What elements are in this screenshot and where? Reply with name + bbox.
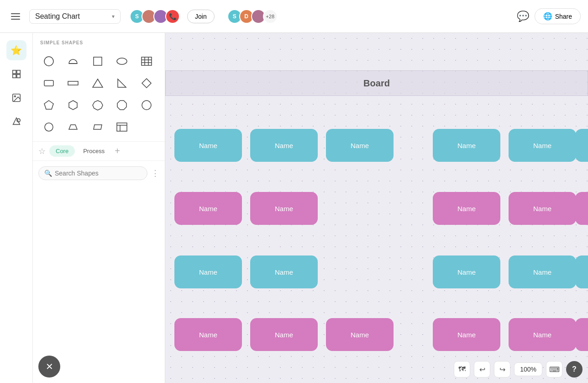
seat-card[interactable]: Name [174, 255, 242, 288]
keyboard-icon: ⌨ [549, 365, 560, 374]
seat-card[interactable]: Name [174, 318, 242, 351]
seat-card[interactable]: Name [326, 129, 394, 162]
shape-pentagon[interactable] [38, 95, 59, 116]
seat-label: Name [533, 205, 551, 213]
join-button[interactable]: Join [187, 10, 215, 23]
sidebar-btn-shapes[interactable] [6, 112, 26, 132]
seat-card[interactable]: Name [250, 192, 318, 225]
shape-table-grid[interactable] [136, 51, 157, 72]
seat-card[interactable]: N [575, 318, 588, 351]
seat-card[interactable]: Name [250, 129, 318, 162]
title-chevron-icon: ▾ [112, 13, 115, 20]
shape-hexagon[interactable] [63, 95, 84, 116]
help-button[interactable]: ? [566, 361, 583, 378]
seat-label: Name [457, 205, 476, 213]
seat-card[interactable]: N [575, 129, 588, 162]
more-options-icon[interactable]: ⋮ [151, 168, 159, 178]
svg-rect-2 [12, 74, 16, 78]
sidebar-btn-star[interactable]: ⭐ [6, 40, 26, 60]
shape-rect-wide[interactable] [63, 73, 84, 94]
svg-marker-22 [69, 101, 77, 110]
seat-card[interactable]: Name [326, 318, 394, 351]
header: Seating Chart ▾ S 📞 Join S D +28 💬 🌐 Sha… [0, 0, 588, 33]
shape-half-circle[interactable] [63, 51, 84, 72]
menu-button[interactable] [7, 8, 24, 25]
seat-card[interactable]: Name [250, 318, 318, 351]
seat-label: Name [275, 268, 293, 276]
seat-card[interactable]: N [575, 255, 588, 288]
shape-triangle[interactable] [87, 73, 108, 94]
tab-process[interactable]: Process [77, 145, 111, 157]
search-input[interactable] [55, 170, 142, 177]
seat-card[interactable]: Name [433, 129, 500, 162]
shape-right-triangle[interactable] [111, 73, 132, 94]
map-button[interactable]: 🗺 [454, 361, 470, 378]
grid-icon [11, 69, 21, 79]
tab-core[interactable]: Core [49, 145, 75, 157]
svg-rect-0 [12, 70, 16, 74]
seat-card[interactable]: Name [509, 192, 576, 225]
fab-close-button[interactable]: ✕ [38, 356, 60, 378]
favorites-star-icon[interactable]: ☆ [38, 146, 46, 156]
share-button[interactable]: 🌐 Share [535, 8, 581, 24]
svg-point-5 [14, 96, 16, 97]
shape-trapezoid[interactable] [63, 117, 84, 138]
shape-parallelogram[interactable] [87, 117, 108, 138]
shape-heptagon[interactable] [87, 95, 108, 116]
seat-card[interactable]: Name [250, 255, 318, 288]
seat-card[interactable]: Name [174, 129, 242, 162]
svg-rect-9 [94, 57, 102, 65]
svg-marker-21 [44, 101, 53, 109]
seat-card[interactable]: Name [509, 129, 576, 162]
canvas-area[interactable]: Board Name Name Name Name Name N Name Na… [165, 33, 588, 383]
shapes-icon [11, 117, 21, 127]
redo-icon: ↪ [499, 365, 505, 374]
shape-circle[interactable] [38, 51, 59, 72]
seat-card[interactable]: Name [433, 318, 500, 351]
seat-card[interactable]: Name [174, 192, 242, 225]
shape-data-table[interactable] [111, 117, 132, 138]
seat-card[interactable]: Name [509, 255, 576, 288]
svg-rect-16 [44, 80, 53, 86]
zoom-level[interactable]: 100% [514, 362, 542, 376]
chat-icon[interactable]: 💬 [517, 11, 529, 22]
avatar-group: S 📞 [130, 9, 180, 24]
header-right: 💬 🌐 Share [517, 8, 581, 24]
shape-rect-rounded[interactable] [38, 73, 59, 94]
sidebar-btn-grid[interactable] [6, 64, 26, 84]
seat-label: Name [457, 331, 476, 339]
title-area[interactable]: Seating Chart ▾ [29, 9, 121, 24]
keyboard-button[interactable]: ⌨ [546, 361, 562, 378]
seat-card[interactable]: Name [509, 318, 576, 351]
left-sidebar: ⭐ [0, 33, 33, 383]
seat-label: Name [199, 205, 217, 213]
seat-label: Name [275, 205, 293, 213]
shape-circle-sm[interactable] [38, 117, 59, 138]
seat-label: Name [457, 142, 476, 149]
svg-rect-11 [142, 57, 152, 65]
add-tab-icon[interactable]: + [115, 146, 120, 156]
svg-marker-20 [142, 79, 151, 88]
globe-icon: 🌐 [543, 12, 552, 21]
seat-card[interactable]: Name [433, 192, 500, 225]
sidebar-btn-image[interactable] [6, 88, 26, 108]
bottom-toolbar: 🗺 ↩ ↪ 100% ⌨ ? [454, 361, 583, 378]
star-icon: ⭐ [10, 45, 22, 56]
undo-button[interactable]: ↩ [474, 361, 490, 378]
redo-button[interactable]: ↪ [494, 361, 510, 378]
search-box: 🔍 [38, 166, 147, 180]
share-label: Share [555, 13, 572, 20]
avatar-phone: 📞 [165, 9, 180, 24]
section-label: SIMPLE SHAPES [33, 33, 165, 49]
image-icon [11, 93, 21, 103]
seat-label: Name [533, 268, 551, 276]
shape-ellipse[interactable] [111, 51, 132, 72]
seat-label: Name [533, 142, 551, 149]
shape-octagon[interactable] [111, 95, 132, 116]
shapes-tabs: ☆ Core Process + [33, 141, 165, 160]
shape-square[interactable] [87, 51, 108, 72]
seat-card[interactable]: N [575, 192, 588, 225]
shape-diamond[interactable] [136, 73, 157, 94]
seat-card[interactable]: Name [433, 255, 500, 288]
shape-nonagon[interactable] [136, 95, 157, 116]
